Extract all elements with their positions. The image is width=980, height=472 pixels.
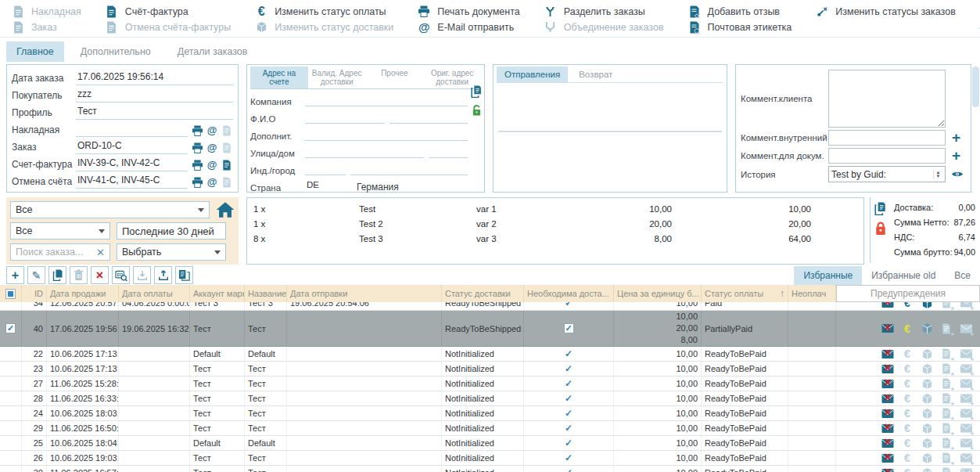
tab-favorites-old[interactable]: Избранные old [862, 266, 945, 285]
order-row[interactable]: 2911.06.2025 16:50:20ТестТестNotInitiali… [0, 421, 980, 436]
toolbar-add-review-button[interactable]: Добавить отзыв [687, 4, 792, 19]
status-filter-select[interactable]: Все [10, 222, 110, 240]
order-search-input[interactable]: Поиск заказа...✕ [10, 243, 110, 261]
euro-warning-icon[interactable]: € [900, 467, 914, 472]
tab-billing-address[interactable]: Адрес на счете [250, 67, 308, 88]
choose-filter-select[interactable]: Выбрать [117, 243, 226, 261]
need-delivery-cell[interactable]: ✓ [524, 421, 614, 435]
tab-valid-shipping-address[interactable]: Валид. Адрес доставки [308, 67, 366, 88]
tab-order-details[interactable]: Детали заказов [167, 41, 258, 62]
toolbar-print-document-button[interactable]: Печать документа [417, 4, 519, 19]
order-item-row[interactable]: 8 xTest 3var 38,0064,00 [253, 231, 857, 246]
city-input[interactable] [350, 163, 468, 175]
column-header[interactable]: Аккаунт марке... [190, 285, 245, 302]
order-item-row[interactable]: 1 xTest 2var 220,0020,00 [253, 216, 857, 231]
package-warning-icon[interactable] [920, 302, 934, 309]
document-123-icon[interactable] [221, 159, 233, 171]
row-checkbox[interactable]: ✓ [5, 323, 16, 333]
column-header[interactable]: Необходима доста... [524, 285, 614, 302]
order-row[interactable]: 2711.06.2025 15:28:41ТестТестNotInitiali… [0, 377, 980, 391]
firstname-input[interactable] [305, 111, 385, 124]
blocked-marketplace-icon[interactable]: × [881, 437, 895, 449]
document-star-icon[interactable]: ★ [939, 422, 953, 434]
blocked-marketplace-icon[interactable]: × [881, 322, 895, 335]
column-header[interactable]: Статус доставки [442, 285, 524, 302]
add-doc-comment-icon[interactable]: + [952, 150, 960, 162]
blocked-marketplace-icon[interactable]: × [881, 362, 895, 375]
order-item-row[interactable]: 1 xTestvar 110,0010,00 [253, 201, 857, 216]
lock-icon[interactable] [874, 221, 887, 236]
column-header[interactable]: ID [22, 285, 47, 302]
envelope-star-icon[interactable]: ★ [959, 348, 973, 360]
envelope-star-icon[interactable]: ★ [959, 452, 973, 464]
tab-favorites[interactable]: Избранные [794, 266, 862, 285]
document-star-icon[interactable]: ★ [939, 377, 953, 390]
select-cell[interactable] [0, 436, 22, 450]
export-button[interactable] [154, 266, 172, 284]
column-header[interactable]: Неоплач [788, 285, 836, 302]
zip-input[interactable] [305, 163, 346, 175]
envelope-star-icon[interactable]: ★ [959, 392, 973, 405]
copy-table-button[interactable] [175, 266, 193, 284]
euro-warning-icon[interactable]: € [900, 392, 914, 405]
order-row[interactable]: ✓4017.06.2025 19:56:1419.06.2025 16:32:5… [0, 311, 980, 347]
order-number-value[interactable]: ORD-10-C [76, 140, 188, 154]
client-comment-textarea[interactable] [828, 70, 946, 128]
blocked-marketplace-icon[interactable]: × [881, 467, 895, 472]
delete-order-button[interactable] [70, 266, 88, 284]
blocked-marketplace-icon[interactable]: × [881, 422, 895, 434]
spinner-arrows-icon[interactable]: ▲▼ [933, 171, 942, 178]
euro-warning-icon[interactable]: € [900, 437, 914, 449]
envelope-star-icon[interactable]: ★ [959, 422, 973, 434]
package-warning-icon[interactable] [920, 392, 934, 405]
unlock-icon[interactable] [472, 104, 482, 117]
street-input[interactable] [305, 146, 424, 158]
sort-ascending-icon[interactable]: ↑ [780, 288, 784, 299]
envelope-star-icon[interactable]: ★ [959, 437, 973, 449]
euro-warning-icon[interactable]: € [900, 407, 914, 420]
internal-comment-input[interactable] [828, 130, 946, 146]
package-warning-icon[interactable] [920, 452, 934, 464]
print-icon[interactable] [191, 176, 203, 188]
blocked-marketplace-icon[interactable]: × [881, 302, 895, 309]
toolbar-change-payment-status-button[interactable]: € Изменить статус оплаты [254, 4, 393, 19]
edit-order-button[interactable]: ✎ [27, 266, 45, 284]
column-header[interactable]: Дата продажи [47, 285, 119, 302]
document-123-icon[interactable] [221, 176, 233, 188]
select-cell[interactable] [0, 466, 22, 472]
package-warning-icon[interactable] [920, 348, 934, 360]
toolbar-order-button[interactable]: Заказ [11, 20, 81, 34]
column-header[interactable]: Название ... [245, 285, 287, 302]
document-star-icon[interactable]: ★ [939, 322, 953, 335]
envelope-star-icon[interactable]: ★ [959, 302, 973, 309]
order-row[interactable]: 2510.06.2025 18:04:00DefaultDefaultNotIn… [0, 436, 980, 451]
order-row[interactable]: 2310.06.2025 17:13:21ТестТестNotInitiali… [0, 362, 980, 377]
toolbar-change-delivery-status-button[interactable]: Изменить статус доставки [254, 20, 393, 34]
select-cell[interactable] [0, 451, 22, 465]
toolbar-split-orders-button[interactable]: Разделить заказы [544, 4, 664, 19]
buyer-value[interactable]: zzz [76, 88, 233, 103]
clear-search-icon[interactable]: ✕ [96, 247, 105, 258]
blocked-marketplace-icon[interactable]: × [881, 377, 895, 390]
envelope-star-icon[interactable]: ★ [959, 322, 973, 335]
envelope-star-icon[interactable]: ★ [959, 407, 973, 420]
document-star-icon[interactable]: ★ [939, 392, 953, 405]
doc-comment-input[interactable] [828, 148, 946, 164]
package-warning-icon[interactable] [920, 362, 934, 375]
print-icon[interactable] [191, 142, 203, 153]
scrollbar-thumb[interactable] [972, 67, 979, 107]
order-row[interactable]: 3412.06.2025 20:57:5204.06.2025 0:00:00Т… [0, 302, 980, 311]
select-cell[interactable] [0, 391, 22, 405]
envelope-star-icon[interactable]: ★ [959, 362, 973, 375]
document-123-icon[interactable] [221, 124, 233, 136]
email-icon[interactable]: @ [206, 159, 218, 171]
toolbar-merge-orders-button[interactable]: Объединение заказов [544, 20, 664, 34]
view-history-eye-icon[interactable] [951, 170, 964, 178]
package-warning-icon[interactable] [920, 437, 934, 449]
need-delivery-cell[interactable]: ✓ [524, 311, 614, 346]
select-cell[interactable] [0, 362, 22, 376]
need-delivery-cell[interactable]: ✓ [524, 391, 614, 405]
euro-warning-icon[interactable]: € [900, 322, 914, 335]
column-header[interactable]: Статус оплаты↑ [702, 285, 788, 302]
lastname-input[interactable] [389, 111, 468, 124]
